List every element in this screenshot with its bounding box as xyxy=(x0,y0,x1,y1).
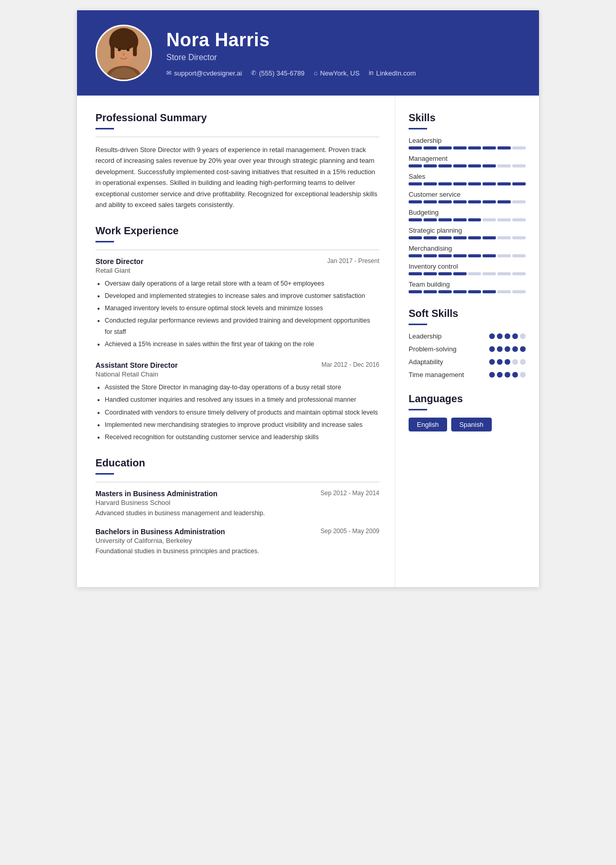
job-header: Assistant Store Director Mar 2012 - Dec … xyxy=(95,361,379,369)
soft-skill-name: Problem-solving xyxy=(409,345,456,353)
svg-rect-5 xyxy=(110,42,114,59)
skill-segment xyxy=(512,290,526,293)
main-body: Professional Summary Results-driven Stor… xyxy=(77,96,539,587)
skill-segment xyxy=(468,272,482,275)
skill-segment xyxy=(483,146,496,149)
skill-segment xyxy=(453,200,467,203)
dots-row xyxy=(489,359,526,365)
avatar xyxy=(95,25,152,81)
skill-name: Budgeting xyxy=(409,209,526,216)
skill-dot xyxy=(520,333,526,339)
skill-name: Sales xyxy=(409,173,526,180)
skill-segment xyxy=(512,272,526,275)
skill-segment xyxy=(468,218,482,221)
skill-segment xyxy=(453,254,467,257)
summary-section: Professional Summary Results-driven Stor… xyxy=(95,112,379,211)
skill-segment xyxy=(424,182,437,185)
skill-item: Team building xyxy=(409,280,526,293)
soft-skill-name: Adaptability xyxy=(409,358,443,366)
skills-section: Skills Leadership Management Sales Custo… xyxy=(409,112,526,293)
bullet-item: Conducted regular performance reviews an… xyxy=(105,315,379,337)
languages-list: EnglishSpanish xyxy=(409,418,526,431)
skill-segment xyxy=(424,146,437,149)
skill-segment xyxy=(438,218,452,221)
skill-segment xyxy=(483,182,496,185)
experience-line xyxy=(95,250,379,250)
soft-skills-divider xyxy=(409,324,427,325)
skill-segment xyxy=(453,218,467,221)
skill-segment xyxy=(483,254,496,257)
skill-dot xyxy=(497,359,503,365)
skill-segment xyxy=(483,290,496,293)
skill-bar xyxy=(409,272,526,275)
summary-title: Professional Summary xyxy=(95,112,379,124)
skill-segment xyxy=(497,182,511,185)
skill-name: Management xyxy=(409,155,526,162)
candidate-name: Nora Harris xyxy=(166,29,521,51)
summary-divider xyxy=(95,128,114,129)
job-bullets: Oversaw daily operations of a large reta… xyxy=(95,278,379,350)
languages-divider xyxy=(409,409,427,410)
skill-segment xyxy=(409,254,422,257)
phone-icon: ✆ xyxy=(251,69,256,77)
svg-point-7 xyxy=(118,49,121,51)
skill-bar xyxy=(409,218,526,221)
edu-header: Bachelors in Business Administration Sep… xyxy=(95,528,379,536)
skill-segment xyxy=(424,272,437,275)
skill-segment xyxy=(497,254,511,257)
skill-segment xyxy=(512,254,526,257)
skill-dot xyxy=(505,346,510,352)
edu-header: Masters in Business Administration Sep 2… xyxy=(95,490,379,498)
edu-desc: Advanced studies in business management … xyxy=(95,509,379,518)
soft-skill-item: Adaptability xyxy=(409,358,526,366)
skill-bar xyxy=(409,200,526,203)
linkedin-value: LinkedIn.com xyxy=(376,69,416,77)
skill-dot xyxy=(497,372,503,378)
skill-segment xyxy=(497,236,511,239)
skill-dot xyxy=(489,359,495,365)
education-section: Education Masters in Business Administra… xyxy=(95,457,379,556)
skill-bar xyxy=(409,164,526,167)
dots-row xyxy=(489,372,526,378)
skill-item: Customer service xyxy=(409,191,526,203)
location-icon: ⌂ xyxy=(314,69,317,77)
skill-name: Merchandising xyxy=(409,245,526,252)
skill-dot xyxy=(497,333,503,339)
soft-skill-item: Time management xyxy=(409,371,526,379)
summary-text: Results-driven Store Director with 9 yea… xyxy=(95,144,379,211)
skill-segment xyxy=(424,200,437,203)
skill-dot xyxy=(512,333,518,339)
skill-segment xyxy=(409,290,422,293)
skill-bar xyxy=(409,236,526,239)
svg-rect-6 xyxy=(133,42,137,56)
edu-dates: Sep 2005 - May 2009 xyxy=(320,528,379,535)
skill-segment xyxy=(409,164,422,167)
skill-segment xyxy=(497,272,511,275)
skill-segment xyxy=(438,236,452,239)
skill-segment xyxy=(468,200,482,203)
skill-dot xyxy=(505,333,510,339)
skill-dot xyxy=(489,333,495,339)
header-section: Nora Harris Store Director ✉ support@cvd… xyxy=(77,10,539,96)
linkedin-icon: in xyxy=(369,69,373,77)
dots-row xyxy=(489,333,526,339)
skill-dot xyxy=(497,346,503,352)
skill-bar xyxy=(409,146,526,149)
skill-segment xyxy=(497,290,511,293)
skill-dot xyxy=(512,346,518,352)
skill-segment xyxy=(453,236,467,239)
skill-item: Sales xyxy=(409,173,526,185)
location-value: NewYork, US xyxy=(320,69,360,77)
skill-segment xyxy=(409,200,422,203)
skill-segment xyxy=(512,236,526,239)
header-info: Nora Harris Store Director ✉ support@cvd… xyxy=(166,29,521,77)
skill-name: Customer service xyxy=(409,191,526,198)
job-dates: Jan 2017 - Present xyxy=(328,257,379,265)
skill-dot xyxy=(520,359,526,365)
skill-segment xyxy=(512,182,526,185)
soft-skills-section: Soft Skills Leadership Problem-solving A… xyxy=(409,308,526,379)
skill-segment xyxy=(497,146,511,149)
skill-segment xyxy=(483,200,496,203)
skill-segment xyxy=(424,164,437,167)
skill-dot xyxy=(505,372,510,378)
